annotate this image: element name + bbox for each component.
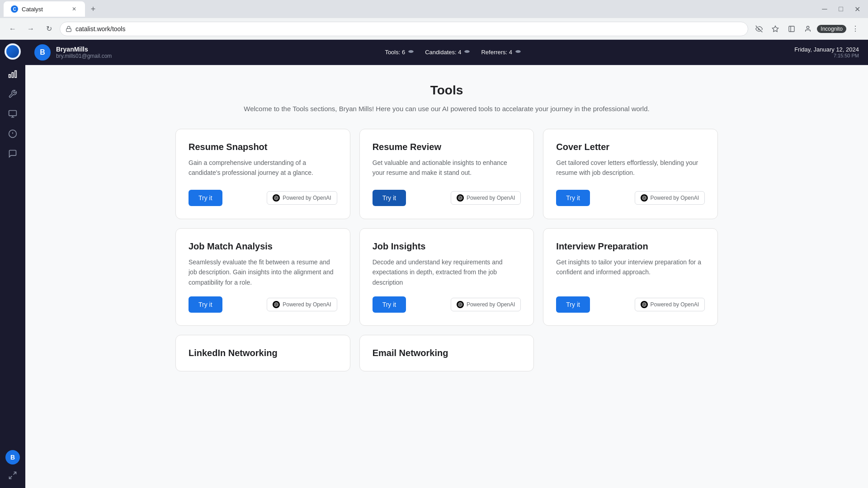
svg-rect-7 [12, 73, 13, 78]
tools-stat-icon [408, 48, 414, 56]
openai-icon-3 [273, 301, 280, 308]
tool-card-1: Resume Review Get valuable and actionabl… [359, 129, 534, 219]
svg-point-17 [408, 50, 414, 53]
tool-desc-0: Gain a comprehensive understanding of a … [189, 158, 337, 181]
close-window-button[interactable]: ✕ [850, 2, 864, 16]
forward-button[interactable]: → [24, 22, 38, 36]
try-button-4[interactable]: Try it [373, 296, 406, 313]
tool-footer-4: Try it Powered by OpenAI [373, 296, 521, 313]
tab-title: Catalyst [22, 6, 67, 13]
tool-footer-5: Try it Powered by OpenAI [556, 296, 705, 313]
tools-stat-label: Tools: 6 [385, 49, 405, 56]
svg-rect-0 [66, 28, 71, 31]
header-stat-referrers: Referrers: 4 [481, 48, 521, 56]
svg-point-5 [807, 26, 809, 28]
svg-rect-9 [9, 111, 17, 116]
tool-footer-0: Try it Powered by OpenAI [189, 190, 337, 206]
tool-card-2: Cover Letter Get tailored cover letters … [543, 129, 718, 219]
try-button-3[interactable]: Try it [189, 296, 222, 313]
sidebar-item-tools[interactable] [4, 85, 22, 103]
sidebar-item-messages[interactable] [4, 145, 22, 163]
svg-rect-8 [9, 75, 10, 78]
try-button-1[interactable]: Try it [373, 190, 406, 206]
openai-icon-0 [273, 194, 280, 202]
try-button-2[interactable]: Try it [556, 190, 590, 206]
tool-desc-1: Get valuable and actionable insights to … [373, 158, 521, 181]
app-header: B BryanMills bry.mills01@gmail.com Tools… [25, 40, 868, 65]
svg-rect-6 [15, 71, 16, 78]
tab-favicon: C [11, 5, 18, 13]
try-button-5[interactable]: Try it [556, 296, 590, 313]
openai-icon-1 [457, 194, 464, 202]
refresh-button[interactable]: ↻ [42, 22, 56, 36]
tab-close-button[interactable]: ✕ [71, 5, 78, 13]
incognito-badge: Incognito [817, 25, 846, 33]
powered-by-1: Powered by OpenAI [451, 191, 521, 205]
page-title: Tools [52, 83, 841, 98]
tool-card-partial-0: LinkedIn Networking [175, 335, 350, 371]
svg-line-15 [14, 472, 16, 475]
browser-tab[interactable]: C Catalyst ✕ [4, 1, 85, 17]
browser-chrome: C Catalyst ✕ + ─ □ ✕ ← → ↻ catalist.work… [0, 0, 868, 40]
header-email: bry.mills01@gmail.com [56, 53, 112, 59]
tool-title-3: Job Match Analysis [189, 241, 337, 252]
tool-card-0: Resume Snapshot Gain a comprehensive und… [175, 129, 350, 219]
powered-by-3: Powered by OpenAI [267, 298, 337, 311]
page-subtitle: Welcome to the Tools sections, Bryan Mil… [243, 105, 650, 113]
referrers-stat-label: Referrers: 4 [481, 49, 512, 56]
tool-title-4: Job Insights [373, 241, 521, 252]
address-bar[interactable]: catalist.work/tools [60, 22, 748, 36]
candidates-stat-label: Candidates: 4 [425, 49, 461, 56]
sidebar-user-avatar[interactable]: B [5, 450, 20, 465]
openai-icon-5 [641, 301, 648, 308]
eyeoff-icon[interactable] [752, 22, 766, 36]
content-area: B BryanMills bry.mills01@gmail.com Tools… [25, 40, 868, 488]
sidebar-item-ideas[interactable] [4, 125, 22, 143]
tools-grid: Resume Snapshot Gain a comprehensive und… [175, 129, 718, 326]
minimize-button[interactable]: ─ [817, 2, 832, 16]
browser-titlebar: C Catalyst ✕ + ─ □ ✕ [0, 0, 868, 18]
partial-tool-title-1: Email Networking [373, 348, 521, 358]
tool-footer-1: Try it Powered by OpenAI [373, 190, 521, 206]
tool-desc-5: Get insights to tailor your interview pr… [556, 257, 705, 287]
tool-title-2: Cover Letter [556, 142, 705, 152]
sidebar-logo[interactable] [5, 43, 21, 60]
sidebar: B [0, 40, 25, 488]
header-user-info: BryanMills bry.mills01@gmail.com [56, 46, 112, 59]
tool-card-5: Interview Preparation Get insights to ta… [543, 228, 718, 326]
menu-button[interactable]: ⋮ [848, 22, 863, 36]
sidebar-settings-icon[interactable] [4, 466, 22, 484]
openai-icon-4 [457, 301, 464, 308]
powered-by-text-5: Powered by OpenAI [651, 301, 699, 308]
partial-tool-title-0: LinkedIn Networking [189, 348, 337, 358]
sidebar-item-analytics[interactable] [4, 65, 22, 83]
back-button[interactable]: ← [5, 22, 20, 36]
sidebar-item-candidates[interactable] [4, 105, 22, 123]
svg-point-19 [515, 50, 521, 53]
header-user: B BryanMills bry.mills01@gmail.com [34, 44, 112, 61]
sidebar-logo-inner [6, 45, 19, 58]
tool-footer-3: Try it Powered by OpenAI [189, 296, 337, 313]
svg-line-16 [9, 476, 12, 479]
maximize-button[interactable]: □ [834, 2, 848, 16]
powered-by-text-0: Powered by OpenAI [283, 195, 331, 201]
candidates-stat-icon [464, 48, 470, 56]
star-icon[interactable] [768, 22, 783, 36]
powered-by-text-3: Powered by OpenAI [283, 301, 331, 308]
header-date-text: Friday, January 12, 2024 [794, 46, 859, 53]
tool-desc-4: Decode and understand key requirements a… [373, 257, 521, 287]
nav-actions: Incognito ⋮ [752, 22, 863, 36]
powered-by-text-4: Powered by OpenAI [467, 301, 515, 308]
tool-desc-3: Seamlessly evaluate the fit between a re… [189, 257, 337, 287]
tool-footer-2: Try it Powered by OpenAI [556, 190, 705, 206]
powered-by-2: Powered by OpenAI [635, 191, 705, 205]
sidebar-toggle-icon[interactable] [784, 22, 799, 36]
address-text: catalist.work/tools [75, 25, 742, 33]
lock-icon [66, 26, 72, 32]
header-stat-candidates: Candidates: 4 [425, 48, 470, 56]
new-tab-button[interactable]: + [87, 3, 99, 15]
profile-icon[interactable] [801, 22, 815, 36]
tool-card-partial-1: Email Networking [359, 335, 534, 371]
try-button-0[interactable]: Try it [189, 190, 222, 206]
tool-title-0: Resume Snapshot [189, 142, 337, 152]
